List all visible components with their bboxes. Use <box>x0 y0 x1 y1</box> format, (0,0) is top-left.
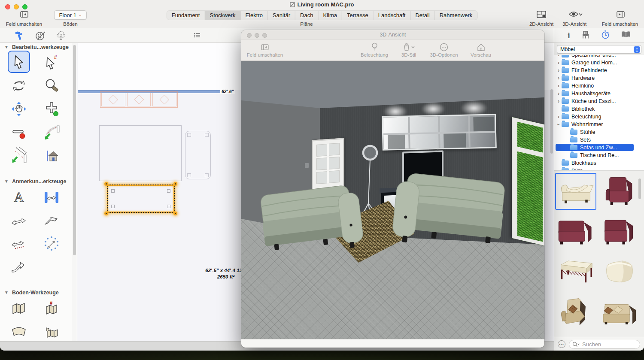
3d-view-window[interactable]: 3D-Ansicht Feld umschalten Beleuchtung 3… <box>241 30 544 348</box>
tree-item-selected[interactable]: Sofas und Zw... <box>556 144 634 151</box>
thumb-armchair-maroon[interactable] <box>599 173 640 210</box>
canvas-scrollbar-thumb[interactable] <box>550 89 553 154</box>
tab-dach[interactable]: Dach <box>295 11 318 20</box>
landscape-mode-button[interactable] <box>55 30 67 42</box>
plus-green-dot-icon <box>43 101 60 117</box>
tab-terrasse[interactable]: Terrasse <box>342 11 374 20</box>
tool-text[interactable]: A <box>8 186 30 209</box>
plan-rug-outline[interactable] <box>99 125 182 181</box>
3d-toggle-panel-button[interactable]: Feld umschalten <box>241 42 289 57</box>
tree-item[interactable]: ›Küche und Esszi... <box>556 97 634 105</box>
info-tab[interactable]: i <box>568 31 570 40</box>
tree-item[interactable]: ›Wohnzimmer <box>556 121 634 128</box>
section-floor-tools[interactable]: ▼Boden-Werkzeuge <box>0 290 72 296</box>
view-3d-button[interactable] <box>567 10 584 18</box>
select-stepper-icon: ▲▼ <box>634 46 640 53</box>
tool-select-arrow[interactable] <box>8 51 30 73</box>
search-input[interactable] <box>569 340 640 349</box>
tree-item[interactable]: ›Spielzimmer und... <box>556 55 634 58</box>
tab-stockwerk[interactable]: Stockwerk <box>205 11 240 20</box>
tool-add-point[interactable] <box>40 98 63 120</box>
thumb-sofa-tan-pillows[interactable] <box>599 295 640 332</box>
recent-tab[interactable] <box>601 30 610 41</box>
category-select[interactable]: Möbel ▲▼ <box>557 45 641 54</box>
selected-plan-object[interactable] <box>107 185 175 213</box>
tree-item[interactable]: Tische und Re... <box>556 151 634 159</box>
selection-inner-handle[interactable] <box>111 205 115 208</box>
3d-preview-button[interactable]: Vorschau <box>465 42 497 57</box>
selection-handle[interactable] <box>173 212 177 215</box>
3d-window-titlebar[interactable]: 3D-Ansicht <box>241 30 544 39</box>
thumb-ottoman-cream[interactable] <box>599 254 640 291</box>
tool-double-arrow[interactable] <box>8 209 30 232</box>
selection-inner-handle[interactable] <box>167 189 170 193</box>
tool-select-numbered[interactable]: # <box>40 51 63 73</box>
library-tab[interactable] <box>621 31 631 40</box>
sidebar-scrollbar-thumb[interactable] <box>73 45 76 255</box>
tab-landschaft[interactable]: Landschaft <box>374 11 411 20</box>
tree-item[interactable]: Stühle <box>556 128 634 136</box>
3d-viewport[interactable] <box>241 61 544 339</box>
section-annotation-tools[interactable]: ▼Anmerkun...erkzeuge <box>0 178 72 185</box>
more-options-button[interactable]: ••• <box>558 340 565 348</box>
materials-mode-button[interactable] <box>34 30 46 42</box>
selection-handle[interactable] <box>104 212 108 215</box>
plan-sofa-outline[interactable] <box>185 131 211 179</box>
tool-scatter-resize[interactable] <box>40 233 63 255</box>
tab-sanitaer[interactable]: Sanitär <box>268 11 295 20</box>
toggle-panel-left-button[interactable] <box>19 10 29 18</box>
tool-pan[interactable] <box>8 98 30 120</box>
selection-inner-handle[interactable] <box>167 205 170 208</box>
elevation-list-button[interactable] <box>193 32 201 39</box>
tab-rahmenwerk[interactable]: Rahmenwerk <box>435 11 477 20</box>
selection-handle[interactable] <box>173 182 177 186</box>
view-2d-button[interactable] <box>536 10 547 18</box>
furniture-tab[interactable] <box>581 30 590 41</box>
thumb-sofa-maroon[interactable] <box>555 213 596 250</box>
selection-handle[interactable] <box>104 182 108 186</box>
tool-dimension-dotted[interactable] <box>8 233 30 255</box>
thumb-chaise-lounge-cream[interactable] <box>555 173 596 210</box>
tree-item[interactable]: ›Haushaltsgeräte <box>556 90 634 97</box>
tool-folded-floor-alt[interactable] <box>40 321 63 341</box>
3d-options-button[interactable]: 3D-Optionen <box>423 42 465 57</box>
tool-callout[interactable] <box>8 256 30 278</box>
tree-item[interactable]: ›Beleuchtung <box>556 113 634 120</box>
tree-item[interactable]: Sets <box>556 136 634 143</box>
tree-item[interactable]: Bibliothek <box>556 105 634 112</box>
tool-remove-wall[interactable] <box>8 121 30 144</box>
selection-inner-handle[interactable] <box>111 189 115 193</box>
tool-folded-floor-numbered[interactable]: # <box>40 297 63 320</box>
tree-item[interactable]: ›Hardware <box>556 74 634 82</box>
3d-style-button[interactable]: 3D-Stil <box>395 42 422 57</box>
tree-item[interactable]: Blockhaus <box>556 159 634 166</box>
tree-item[interactable]: ›Garage und Hom... <box>556 59 634 66</box>
tree-item[interactable]: ›Für Behinderte <box>556 67 634 74</box>
tab-klima[interactable]: Klima <box>318 11 342 20</box>
tab-fundament[interactable]: Fundament <box>167 11 205 20</box>
tool-dimension[interactable] <box>40 186 63 209</box>
floor-select[interactable]: Floor 1 ⌄ <box>54 10 87 20</box>
tool-rotate[interactable] <box>8 75 30 97</box>
3d-lighting-button[interactable]: Beleuchtung <box>354 42 395 57</box>
thumb-armchair-tan-pillow[interactable] <box>555 295 596 332</box>
tool-folded-floor[interactable] <box>8 297 30 320</box>
tab-detail[interactable]: Detail <box>410 11 434 20</box>
tool-house[interactable] <box>40 145 63 167</box>
plan-wall-unit[interactable] <box>100 91 178 108</box>
thumb-loveseat-maroon[interactable] <box>599 213 640 250</box>
tree-item[interactable]: ›Heimkino <box>556 82 634 89</box>
sidebar-scrollbar[interactable] <box>72 43 77 341</box>
tool-dimension-3d[interactable] <box>40 209 63 232</box>
tool-straight-wall[interactable] <box>8 145 30 167</box>
tab-elektro[interactable]: Elektro <box>240 11 267 20</box>
tool-zoom[interactable] <box>40 75 63 97</box>
building-tools-mode-button[interactable] <box>13 30 25 42</box>
tool-curved-floor[interactable] <box>8 321 30 341</box>
tree-item[interactable]: ›Büro <box>556 167 634 170</box>
thumb-bench-cream[interactable] <box>555 254 596 291</box>
thumbnails-scrollbar-thumb[interactable] <box>638 178 641 199</box>
tool-curved-wall[interactable] <box>40 121 63 144</box>
section-edit-tools[interactable]: ▼Bearbeitu...werkzeuge <box>0 44 72 50</box>
toggle-panel-right-button[interactable] <box>615 10 626 18</box>
